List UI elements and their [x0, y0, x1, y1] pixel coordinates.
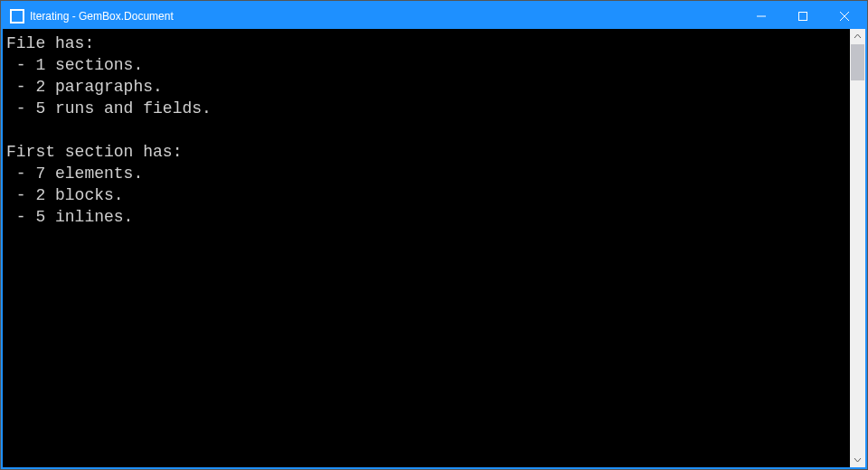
close-icon [840, 12, 849, 21]
vertical-scrollbar[interactable] [850, 29, 865, 467]
maximize-icon [798, 12, 807, 21]
console-output: File has: - 1 sections. - 2 paragraphs. … [3, 29, 850, 467]
window-title: Iterating - GemBox.Document [30, 10, 181, 23]
scroll-up-button[interactable] [850, 29, 865, 44]
minimize-icon [757, 12, 766, 21]
scroll-down-button[interactable] [850, 452, 865, 467]
chevron-up-icon [854, 33, 862, 41]
app-window: Iterating - GemBox.Document File has: - … [2, 2, 866, 468]
maximize-button[interactable] [782, 3, 824, 29]
titlebar[interactable]: Iterating - GemBox.Document [3, 3, 865, 29]
minimize-button[interactable] [741, 3, 782, 29]
close-button[interactable] [824, 3, 865, 29]
svg-rect-0 [799, 12, 807, 20]
client-area: File has: - 1 sections. - 2 paragraphs. … [3, 29, 865, 467]
scroll-thumb[interactable] [851, 44, 864, 80]
app-icon [10, 9, 24, 24]
scroll-track[interactable] [850, 44, 865, 452]
chevron-down-icon [854, 456, 862, 464]
